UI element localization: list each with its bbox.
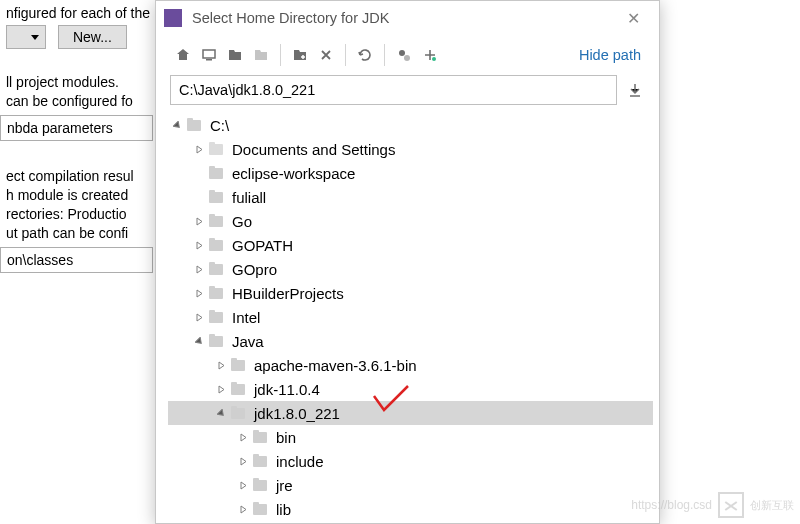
tree-node-label: lib xyxy=(276,501,291,516)
new-folder-icon[interactable] xyxy=(287,42,313,68)
home-icon[interactable] xyxy=(170,42,196,68)
tree-node[interactable]: fuliall xyxy=(168,185,653,209)
folder-icon xyxy=(208,165,226,181)
tree-node-label: jdk-11.0.4 xyxy=(254,381,320,398)
desktop-icon[interactable] xyxy=(196,42,222,68)
expand-arrow-icon[interactable] xyxy=(190,265,208,274)
folder-icon xyxy=(252,477,270,493)
tree-node-label: C:\ xyxy=(210,117,229,134)
expand-arrow-icon[interactable] xyxy=(212,361,230,370)
jdk-select-dialog: Select Home Directory for JDK ✕ Hide pat… xyxy=(155,0,660,524)
expand-arrow-icon[interactable] xyxy=(190,337,208,346)
expand-arrow-icon[interactable] xyxy=(190,241,208,250)
svg-point-4 xyxy=(432,57,436,61)
path-row xyxy=(156,75,659,113)
svg-rect-0 xyxy=(203,50,215,58)
bg-input[interactable]: nbda parameters xyxy=(0,115,153,141)
folder-icon xyxy=(208,261,226,277)
tree-area: C:\ Documents and Settings eclipse-works… xyxy=(168,113,653,515)
expand-icon[interactable] xyxy=(417,42,443,68)
tree-node-label: jdk1.8.0_221 xyxy=(254,405,340,422)
expand-arrow-icon[interactable] xyxy=(190,313,208,322)
folder-icon xyxy=(252,429,270,445)
tree-node[interactable]: Java xyxy=(168,329,653,353)
tree-node[interactable]: apache-maven-3.6.1-bin xyxy=(168,353,653,377)
folder-icon xyxy=(208,333,226,349)
tree-node-label: HBuilderProjects xyxy=(232,285,344,302)
folder-icon xyxy=(208,189,226,205)
tree-node-label: jre xyxy=(276,477,293,494)
folder-icon xyxy=(252,501,270,515)
tree-node[interactable]: jdk1.8.0_221 xyxy=(168,401,653,425)
tree-node-label: Go xyxy=(232,213,252,230)
tree-node[interactable]: jdk-11.0.4 xyxy=(168,377,653,401)
expand-arrow-icon[interactable] xyxy=(190,145,208,154)
tree-node[interactable]: eclipse-workspace xyxy=(168,161,653,185)
dialog-title: Select Home Directory for JDK xyxy=(192,10,615,26)
svg-point-3 xyxy=(404,55,410,61)
svg-point-2 xyxy=(399,50,405,56)
tree-node-label: eclipse-workspace xyxy=(232,165,355,182)
folder-icon xyxy=(230,381,248,397)
folder-icon xyxy=(208,237,226,253)
folder-icon xyxy=(208,285,226,301)
expand-arrow-icon[interactable] xyxy=(234,433,252,442)
tree-node-label: Intel xyxy=(232,309,260,326)
delete-icon[interactable] xyxy=(313,42,339,68)
app-icon xyxy=(164,9,182,27)
history-icon[interactable] xyxy=(623,75,647,105)
tree-node-label: bin xyxy=(276,429,296,446)
project-icon[interactable] xyxy=(222,42,248,68)
tree-node[interactable]: HBuilderProjects xyxy=(168,281,653,305)
module-icon xyxy=(248,42,274,68)
expand-arrow-icon[interactable] xyxy=(190,217,208,226)
expand-arrow-icon[interactable] xyxy=(168,121,186,130)
watermark-url: https://blog.csd xyxy=(631,498,712,512)
tree-node[interactable]: GOpro xyxy=(168,257,653,281)
tree-node[interactable]: GOPATH xyxy=(168,233,653,257)
titlebar: Select Home Directory for JDK ✕ xyxy=(156,1,659,35)
expand-arrow-icon[interactable] xyxy=(212,409,230,418)
tree-node-label: Documents and Settings xyxy=(232,141,395,158)
folder-icon xyxy=(230,357,248,373)
bg-input[interactable]: on\classes xyxy=(0,247,153,273)
watermark-brand: 创新互联 xyxy=(750,498,794,513)
path-input[interactable] xyxy=(170,75,617,105)
tree-node[interactable]: C:\ xyxy=(168,113,653,137)
tree-node-label: GOPATH xyxy=(232,237,293,254)
expand-arrow-icon[interactable] xyxy=(212,385,230,394)
tree-node[interactable]: bin xyxy=(168,425,653,449)
watermark-logo xyxy=(718,492,744,518)
close-button[interactable]: ✕ xyxy=(615,9,651,28)
tree-node[interactable]: lib xyxy=(168,497,653,515)
folder-icon xyxy=(230,405,248,421)
refresh-icon[interactable] xyxy=(352,42,378,68)
tree-node[interactable]: Go xyxy=(168,209,653,233)
hide-path-link[interactable]: Hide path xyxy=(579,47,647,63)
folder-icon xyxy=(208,213,226,229)
folder-icon xyxy=(208,141,226,157)
tree-node-label: Java xyxy=(232,333,264,350)
bg-dropdown[interactable] xyxy=(6,25,46,49)
expand-arrow-icon[interactable] xyxy=(234,457,252,466)
tree-node[interactable]: jre xyxy=(168,473,653,497)
separator xyxy=(384,44,385,66)
separator xyxy=(345,44,346,66)
expand-arrow-icon[interactable] xyxy=(234,481,252,490)
expand-arrow-icon[interactable] xyxy=(190,289,208,298)
watermark: https://blog.csd 创新互联 xyxy=(631,492,794,518)
tree-node-label: GOpro xyxy=(232,261,277,278)
new-button[interactable]: New... xyxy=(58,25,127,49)
toolbar: Hide path xyxy=(156,35,659,75)
tree-scroll[interactable]: C:\ Documents and Settings eclipse-works… xyxy=(168,113,653,515)
tree-node[interactable]: include xyxy=(168,449,653,473)
tree-node-label: include xyxy=(276,453,324,470)
separator xyxy=(280,44,281,66)
show-hidden-icon[interactable] xyxy=(391,42,417,68)
tree-node[interactable]: Documents and Settings xyxy=(168,137,653,161)
tree-node-label: fuliall xyxy=(232,189,266,206)
expand-arrow-icon[interactable] xyxy=(234,505,252,514)
tree-node[interactable]: Intel xyxy=(168,305,653,329)
tree-node-label: apache-maven-3.6.1-bin xyxy=(254,357,417,374)
svg-rect-1 xyxy=(206,59,212,61)
